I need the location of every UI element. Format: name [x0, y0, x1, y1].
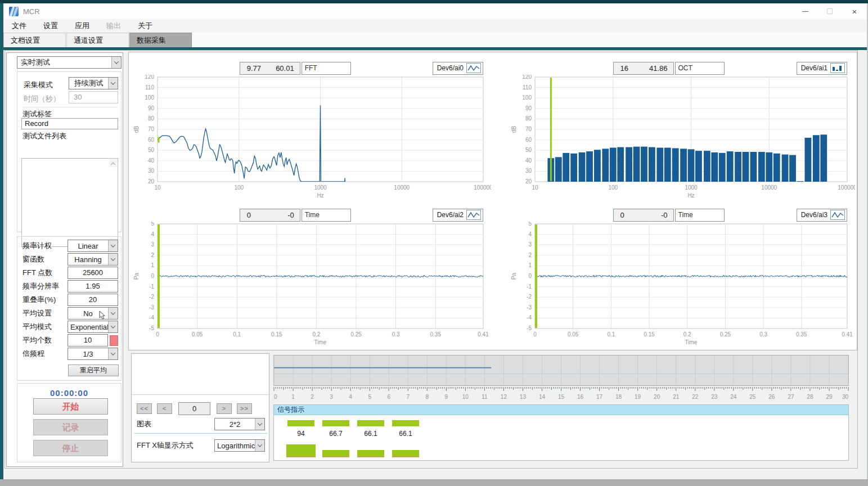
chart-name-field[interactable]: OCT: [675, 62, 725, 75]
svg-text:100000: 100000: [838, 184, 855, 191]
chevron-down-icon[interactable]: [108, 78, 118, 89]
setting-input[interactable]: 20: [68, 294, 118, 306]
chevron-down-icon[interactable]: [108, 254, 118, 265]
channel-selector[interactable]: Dev6/ai3: [797, 209, 847, 222]
chevron-down-icon[interactable]: [108, 308, 118, 319]
menu-settings[interactable]: 设置: [35, 21, 66, 31]
svg-text:22: 22: [692, 394, 699, 400]
chart-cell-oct: 16 41.86 OCT Dev6/ai1 203040506070809010…: [509, 55, 855, 202]
test-file-list[interactable]: [21, 158, 118, 247]
close-button[interactable]: ×: [842, 4, 867, 19]
setting-input[interactable]: 10: [68, 334, 108, 346]
svg-text:100: 100: [234, 184, 244, 191]
tab-data-acquisition[interactable]: 数据采集: [129, 33, 192, 47]
test-mode-select[interactable]: 实时测试: [17, 56, 122, 69]
acq-mode-select[interactable]: 持续测试: [69, 77, 118, 89]
maximize-button[interactable]: [817, 4, 842, 19]
page-number-box[interactable]: 0: [178, 402, 210, 415]
channel-selector[interactable]: Dev6/ai2: [433, 209, 483, 222]
next-page-button[interactable]: >: [217, 403, 232, 414]
svg-text:0.3: 0.3: [759, 331, 767, 338]
chart-cell-time-ai2: 0 -0 Time Dev6/ai2 -5-4-3-2-101234500.05…: [132, 201, 491, 349]
test-tag-input[interactable]: Record: [21, 118, 118, 129]
svg-text:60: 60: [148, 137, 155, 143]
svg-text:30: 30: [148, 168, 155, 174]
line-chart-icon: [466, 63, 481, 73]
setting-row: 频率分辨率1.95: [17, 280, 121, 293]
fft-axis-select[interactable]: Logarithmic: [214, 439, 265, 452]
svg-text:70: 70: [148, 126, 155, 132]
last-page-button[interactable]: >>: [237, 403, 252, 414]
svg-text:0: 0: [533, 331, 537, 338]
chart-name-field[interactable]: Time: [675, 209, 725, 222]
time-plot-ai2[interactable]: -5-4-3-2-101234500.050.10.150.20.250.30.…: [132, 222, 491, 346]
setting-row: 重叠率(%)20: [17, 293, 121, 307]
setting-row: 平均模式Exponential: [17, 320, 121, 334]
cursor-y-value: 60.01: [276, 64, 294, 73]
fft-axis-value: Logarithmic: [215, 442, 255, 450]
scroll-up-icon[interactable]: [109, 159, 117, 167]
svg-text:Time: Time: [314, 339, 327, 345]
chevron-down-icon[interactable]: [111, 57, 121, 68]
fft-plot[interactable]: 2030405060708090100110120101001000100001…: [132, 75, 491, 200]
setting-row: 倍频程1/3: [17, 347, 121, 361]
signal-meter-bar: [322, 450, 349, 457]
svg-text:-4: -4: [527, 314, 532, 321]
setting-select[interactable]: 1/3: [68, 348, 118, 360]
svg-text:0.15: 0.15: [644, 331, 655, 338]
setting-input[interactable]: 25600: [68, 267, 118, 279]
chevron-down-icon[interactable]: [255, 418, 264, 430]
restart-average-button[interactable]: 重启平均: [68, 364, 119, 376]
line-chart-icon: [830, 210, 845, 220]
chart-layout-select[interactable]: 2*2: [214, 418, 265, 430]
svg-text:26: 26: [768, 394, 775, 400]
minimize-button[interactable]: [793, 4, 817, 19]
bar-chart-icon: [830, 63, 845, 73]
cursor-x-value: 16: [620, 64, 628, 73]
chevron-down-icon[interactable]: [255, 440, 264, 451]
cursor-x-value: 0: [620, 211, 624, 219]
cursor-readout: 0 -0: [613, 209, 674, 222]
svg-text:2: 2: [528, 252, 532, 258]
setting-select[interactable]: No: [68, 307, 118, 320]
oct-plot[interactable]: 2030405060708090100110120101001000100001…: [509, 75, 855, 200]
svg-text:0.1: 0.1: [233, 331, 241, 338]
stop-button: 停止: [33, 440, 108, 456]
chevron-down-icon[interactable]: [108, 321, 118, 332]
setting-select[interactable]: Hanning: [68, 253, 118, 266]
menu-application[interactable]: 应用: [66, 21, 98, 31]
time-plot-ai3[interactable]: -5-4-3-2-101234500.050.10.150.20.250.30.…: [509, 222, 855, 346]
chart-name-field[interactable]: FFT: [302, 62, 351, 75]
mouse-cursor-icon: [99, 311, 106, 320]
start-button[interactable]: 开始: [33, 398, 108, 415]
timeline-svg[interactable]: 0123456789101112131415161718192021222324…: [273, 355, 849, 400]
channel-selector[interactable]: Dev6/ai1: [797, 62, 847, 75]
setting-input[interactable]: 1.95: [68, 280, 118, 292]
menu-about[interactable]: 关于: [129, 21, 161, 31]
tab-document-settings[interactable]: 文档设置: [3, 33, 66, 47]
signal-value: 66.1: [354, 430, 388, 438]
svg-text:3: 3: [151, 241, 154, 248]
tab-bar: 文档设置 通道设置 数据采集: [3, 33, 867, 47]
chevron-down-icon[interactable]: [108, 240, 118, 251]
divider: [132, 394, 269, 395]
chevron-down-icon[interactable]: [108, 348, 118, 359]
tab-channel-settings[interactable]: 通道设置: [66, 33, 129, 47]
chart-name-field[interactable]: Time: [302, 209, 351, 222]
svg-text:-2: -2: [149, 294, 154, 300]
prev-page-button[interactable]: <: [157, 403, 172, 414]
channel-selector[interactable]: Dev6/ai0: [433, 62, 483, 75]
svg-text:14: 14: [539, 394, 546, 400]
setting-select[interactable]: Linear: [68, 240, 118, 252]
svg-text:120: 120: [145, 75, 154, 80]
svg-text:27: 27: [788, 394, 794, 400]
menu-file[interactable]: 文件: [3, 21, 35, 31]
channel-label: Dev6/ai1: [801, 64, 827, 72]
chart-layout-row: 图表 2*2: [137, 418, 265, 430]
first-page-button[interactable]: <<: [137, 403, 152, 414]
cursor-readout: 9.77 60.01: [240, 62, 300, 75]
settings-rows: 频率计权Linear窗函数HanningFFT 点数25600频率分辨率1.95…: [17, 237, 121, 361]
svg-text:-5: -5: [149, 325, 154, 331]
channel-label: Dev6/ai3: [801, 211, 827, 219]
setting-select[interactable]: Exponential: [68, 321, 118, 333]
